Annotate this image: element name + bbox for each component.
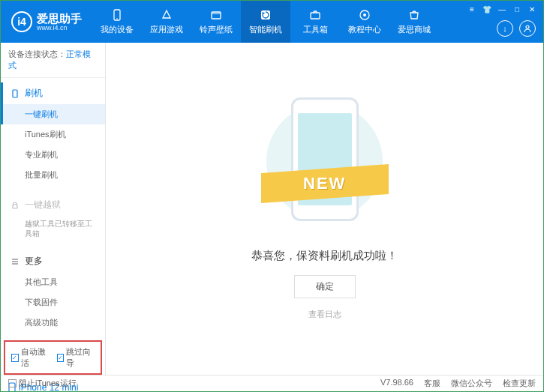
close-icon[interactable]: ✕ — [527, 4, 537, 14]
menu-icon[interactable]: ≡ — [467, 4, 477, 14]
tab-ringtones[interactable]: 铃声壁纸 — [191, 1, 241, 43]
main-panel: NEW 恭喜您，保资料刷机成功啦！ 确定 查看日志 — [106, 43, 543, 375]
jailbreak-note: 越狱工具已转移至工具箱 — [1, 216, 105, 241]
checkbox-block-itunes[interactable]: 阻止iTunes运行 — [8, 378, 77, 389]
logo-icon: i4 — [11, 11, 32, 32]
sidebar-item-batch-flash[interactable]: 批量刷机 — [1, 165, 105, 185]
window-controls: ≡ 👕 — □ ✕ — [467, 4, 537, 14]
version-label: V7.98.66 — [380, 378, 413, 389]
tab-my-device[interactable]: 我的设备 — [92, 1, 142, 43]
phone-icon — [110, 8, 124, 22]
connection-status: 设备连接状态：正常模式 — [1, 43, 105, 78]
nav-tabs: 我的设备 应用游戏 铃声壁纸 智能刷机 工具箱 教程中心 爱思商城 — [92, 1, 439, 43]
footer-link-update[interactable]: 检查更新 — [503, 378, 536, 389]
refresh-icon — [259, 8, 272, 22]
download-icon[interactable]: ↓ — [497, 20, 513, 37]
sidebar-item-itunes-flash[interactable]: iTunes刷机 — [1, 124, 105, 145]
sidebar-item-oneclick-flash[interactable]: 一键刷机 — [1, 104, 105, 124]
more-icon — [10, 256, 20, 267]
skin-icon[interactable]: 👕 — [482, 4, 492, 14]
phone-illustration: NEW — [272, 97, 377, 232]
tab-flash[interactable]: 智能刷机 — [241, 1, 290, 43]
tab-tutorials[interactable]: 教程中心 — [340, 1, 389, 43]
minimize-icon[interactable]: — — [497, 4, 507, 14]
svg-rect-2 — [212, 12, 221, 19]
footer-link-support[interactable]: 客服 — [424, 378, 440, 389]
sidebar-section-jailbreak[interactable]: 一键越狱 — [1, 194, 105, 216]
header-actions: ↓ — [497, 20, 536, 37]
apps-icon — [160, 8, 173, 22]
checkbox-icon — [8, 379, 17, 388]
app-url: www.i4.cn — [37, 24, 82, 31]
logo-area: i4 爱思助手 www.i4.cn — [1, 11, 92, 32]
tab-store[interactable]: 爱思商城 — [389, 1, 439, 43]
sidebar-section-flash[interactable]: 刷机 — [1, 82, 105, 104]
phone-icon — [10, 88, 20, 99]
user-icon[interactable] — [519, 20, 536, 37]
view-log-link[interactable]: 查看日志 — [308, 309, 341, 320]
svg-rect-8 — [13, 90, 17, 97]
maximize-icon[interactable]: □ — [512, 4, 522, 14]
checkbox-auto-activate[interactable]: ✓ 自动激活 — [11, 346, 50, 369]
sidebar: 设备连接状态：正常模式 刷机 一键刷机 iTunes刷机 专业刷机 批量刷机 一… — [1, 43, 106, 375]
book-icon — [358, 8, 371, 22]
ok-button[interactable]: 确定 — [294, 275, 356, 298]
success-message: 恭喜您，保资料刷机成功啦！ — [251, 249, 398, 263]
svg-point-7 — [526, 25, 529, 28]
sidebar-item-download-firmware[interactable]: 下载固件 — [1, 292, 105, 313]
store-icon — [407, 8, 421, 22]
tab-toolbox[interactable]: 工具箱 — [290, 1, 340, 43]
sidebar-section-more[interactable]: 更多 — [1, 250, 105, 272]
svg-point-1 — [116, 18, 118, 19]
sidebar-item-pro-flash[interactable]: 专业刷机 — [1, 145, 105, 165]
folder-icon — [209, 8, 223, 22]
toolbox-icon — [308, 8, 322, 22]
svg-point-6 — [363, 13, 366, 16]
content-area: 设备连接状态：正常模式 刷机 一键刷机 iTunes刷机 专业刷机 批量刷机 一… — [1, 43, 543, 375]
svg-rect-4 — [311, 13, 320, 19]
checkbox-icon: ✓ — [57, 354, 65, 362]
checkbox-icon: ✓ — [11, 354, 19, 362]
tab-apps[interactable]: 应用游戏 — [142, 1, 191, 43]
sidebar-item-other-tools[interactable]: 其他工具 — [1, 272, 105, 292]
lock-icon — [10, 200, 20, 211]
app-name: 爱思助手 — [37, 13, 82, 24]
app-header: i4 爱思助手 www.i4.cn 我的设备 应用游戏 铃声壁纸 智能刷机 工具… — [1, 1, 543, 43]
checkbox-skip-wizard[interactable]: ✓ 跳过向导 — [57, 346, 95, 369]
sidebar-item-advanced[interactable]: 高级功能 — [1, 313, 105, 333]
svg-rect-9 — [13, 205, 17, 208]
options-row: ✓ 自动激活 ✓ 跳过向导 — [4, 340, 102, 375]
footer-link-wechat[interactable]: 微信公众号 — [451, 378, 492, 389]
